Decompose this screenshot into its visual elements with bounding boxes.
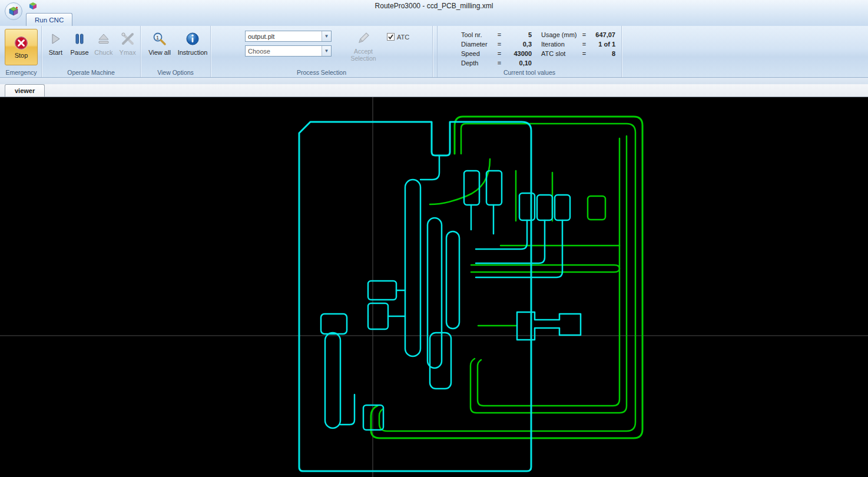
equals-sign: = bbox=[580, 31, 588, 38]
equals-sign: = bbox=[580, 50, 588, 57]
crosshair bbox=[0, 97, 868, 477]
output-file-dropdown-value: output.plt bbox=[246, 33, 322, 40]
viewer-canvas[interactable] bbox=[0, 97, 868, 477]
speed-label: Speed bbox=[461, 50, 495, 57]
atc-checkbox[interactable] bbox=[387, 33, 395, 41]
group-process-selection: output.plt ▼ Choose ▼ Accept Selection bbox=[211, 26, 433, 77]
atc-checkbox-field[interactable]: ATC bbox=[387, 33, 409, 41]
group-label-process-selection: Process Selection bbox=[211, 69, 432, 76]
equals-sign: = bbox=[495, 41, 503, 48]
group-label-emergency: Emergency bbox=[1, 69, 41, 76]
tab-viewer[interactable]: viewer bbox=[5, 84, 45, 97]
start-button[interactable]: Start bbox=[44, 31, 67, 56]
quick-access-icon[interactable] bbox=[28, 1, 38, 11]
tool-values-grid: Tool nr. = 5 Diameter = 0,3 Speed = 4300… bbox=[438, 26, 621, 68]
stop-button[interactable]: Stop bbox=[5, 29, 38, 65]
instruction-button[interactable]: Instruction bbox=[177, 31, 208, 56]
chuck-eject-icon bbox=[97, 32, 110, 46]
group-operate-machine: Start Pause Chuck bbox=[42, 26, 141, 77]
view-all-button[interactable]: 1 View all bbox=[144, 31, 175, 56]
iteration-value: 1 of 1 bbox=[588, 41, 615, 48]
start-button-label: Start bbox=[49, 49, 62, 56]
ymax-button-label: Ymax bbox=[120, 49, 136, 56]
view-all-button-label: View all bbox=[148, 49, 171, 56]
instruction-button-label: Instruction bbox=[178, 49, 208, 56]
window-chrome: RoutePro3000 - ccd_PCB_milling.xml Run C… bbox=[0, 0, 868, 26]
atc-slot-value: 8 bbox=[588, 50, 615, 57]
stop-icon bbox=[14, 36, 28, 50]
accept-selection-button[interactable]: Accept Selection bbox=[346, 31, 381, 62]
diameter-value: 0,3 bbox=[503, 41, 532, 48]
output-file-dropdown[interactable]: output.plt ▼ bbox=[245, 31, 332, 42]
tool-values-right-table: Usage (mm) = 647,07 Iteration = 1 of 1 A… bbox=[541, 30, 615, 68]
depth-value: 0,10 bbox=[503, 59, 532, 67]
atc-checkbox-label: ATC bbox=[397, 34, 409, 41]
ymax-button[interactable]: Ymax bbox=[116, 31, 139, 56]
pcb-milling-paths bbox=[0, 97, 868, 477]
play-icon bbox=[49, 32, 62, 46]
tool-nr-label: Tool nr. bbox=[461, 31, 495, 38]
equals-sign: = bbox=[580, 41, 588, 48]
pause-button[interactable]: Pause bbox=[68, 31, 91, 56]
group-current-tool-values: Tool nr. = 5 Diameter = 0,3 Speed = 4300… bbox=[437, 26, 622, 77]
chuck-button-label: Chuck bbox=[94, 49, 112, 56]
tools-icon bbox=[121, 32, 135, 46]
magnifier-icon: 1 bbox=[152, 32, 167, 46]
dropdown-arrow-icon[interactable]: ▼ bbox=[322, 31, 331, 41]
diameter-label: Diameter bbox=[461, 41, 495, 48]
cyan-toolpath bbox=[299, 122, 581, 471]
pause-button-label: Pause bbox=[71, 49, 89, 56]
tool-values-left-table: Tool nr. = 5 Diameter = 0,3 Speed = 4300… bbox=[461, 30, 532, 68]
group-emergency: Stop Emergency bbox=[1, 26, 42, 77]
group-label-view-options: View Options bbox=[141, 69, 210, 76]
application-menu-button[interactable] bbox=[5, 2, 22, 20]
group-view-options: 1 View all Instruction View Option bbox=[141, 26, 211, 77]
viewer-tab-strip: viewer bbox=[0, 84, 868, 97]
stop-button-label: Stop bbox=[15, 52, 28, 59]
pause-icon bbox=[73, 32, 86, 46]
equals-sign: = bbox=[495, 31, 503, 38]
pencil-icon bbox=[356, 31, 371, 46]
equals-sign: = bbox=[495, 50, 503, 57]
tool-nr-value: 5 bbox=[503, 31, 532, 38]
chuck-button[interactable]: Chuck bbox=[92, 31, 115, 56]
iteration-label: Iteration bbox=[541, 41, 580, 48]
usage-label: Usage (mm) bbox=[541, 31, 580, 38]
usage-value: 647,07 bbox=[588, 31, 615, 38]
accept-selection-label: Accept Selection bbox=[350, 48, 376, 62]
accept-label-line1: Accept bbox=[354, 48, 373, 55]
tab-run-cnc[interactable]: Run CNC bbox=[26, 13, 72, 26]
window-title: RoutePro3000 - ccd_PCB_milling.xml bbox=[0, 2, 868, 10]
choose-dropdown[interactable]: Choose ▼ bbox=[245, 45, 332, 57]
group-label-operate-machine: Operate Machine bbox=[42, 69, 140, 76]
equals-sign: = bbox=[495, 59, 503, 67]
ribbon-lower-band bbox=[0, 78, 868, 84]
info-icon bbox=[185, 32, 200, 46]
application-window: RoutePro3000 - ccd_PCB_milling.xml Run C… bbox=[0, 0, 868, 477]
accept-label-line2: Selection bbox=[350, 55, 376, 62]
svg-text:1: 1 bbox=[156, 35, 159, 41]
title-bar: RoutePro3000 - ccd_PCB_milling.xml bbox=[0, 0, 868, 12]
atc-slot-label: ATC slot bbox=[541, 50, 580, 57]
check-icon bbox=[387, 34, 394, 40]
dropdown-arrow-icon[interactable]: ▼ bbox=[322, 46, 331, 56]
speed-value: 43000 bbox=[503, 50, 532, 57]
ribbon-tab-strip: Run CNC bbox=[0, 12, 868, 26]
group-label-current-tool-values: Current tool values bbox=[438, 69, 621, 76]
ribbon: Stop Emergency Start Pause bbox=[0, 26, 868, 78]
choose-dropdown-value: Choose bbox=[246, 48, 322, 55]
depth-label: Depth bbox=[461, 59, 495, 67]
small-cube-icon bbox=[28, 1, 38, 11]
app-cube-icon bbox=[8, 6, 19, 16]
